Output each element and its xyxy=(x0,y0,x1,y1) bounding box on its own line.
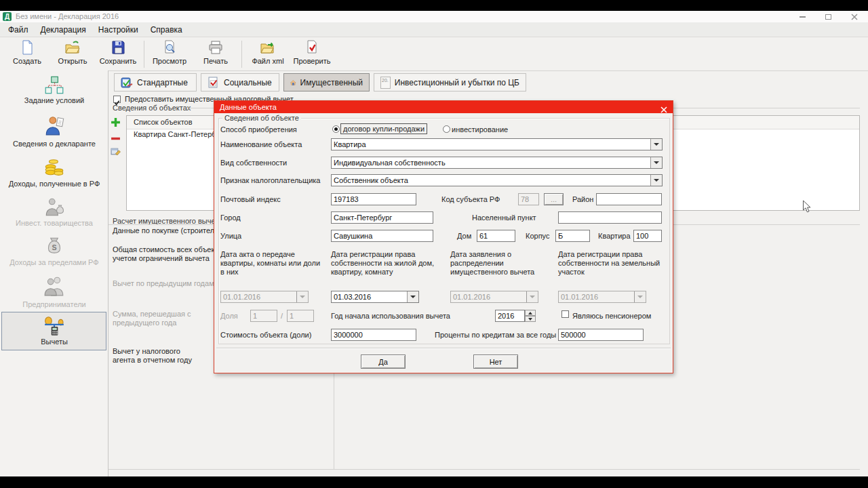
radio-invest-label[interactable]: инвестирование xyxy=(452,125,508,134)
taxpayer-value: Собственник объекта xyxy=(332,176,650,184)
dropdown-button[interactable] xyxy=(407,291,418,302)
tab-investment[interactable]: 20. Инвестиционный и убытки по ЦБ xyxy=(374,73,526,92)
dropdown-button[interactable] xyxy=(650,157,662,168)
sidebar-item-entrepreneurs: Предприниматели xyxy=(0,300,108,308)
money-bag-icon: S xyxy=(43,237,65,256)
close-icon xyxy=(851,14,858,20)
cost-input[interactable] xyxy=(331,329,416,341)
dropdown-button xyxy=(296,291,308,302)
check-doc-icon xyxy=(304,39,320,56)
dropdown-button[interactable] xyxy=(650,139,662,150)
app-icon: Д xyxy=(3,12,12,21)
settlement-input[interactable] xyxy=(558,211,662,224)
object-name-combo[interactable]: Квартира xyxy=(331,138,663,150)
sidebar-item-income-rf[interactable]: Доходы, полученные в РФ xyxy=(0,180,108,188)
svg-text:S: S xyxy=(52,243,56,251)
start-year-spinner[interactable] xyxy=(525,310,536,322)
date-application-combo: 01.01.2016 xyxy=(450,291,538,303)
district-input[interactable] xyxy=(596,193,662,205)
add-object-button[interactable] xyxy=(111,117,121,128)
radio-purchase[interactable] xyxy=(332,125,340,133)
dialog-title-bar[interactable]: Данные объекта xyxy=(214,101,673,113)
sidebar-item-invest-partnership: Инвест. товарищества xyxy=(0,219,108,227)
share-numerator-input xyxy=(250,310,277,322)
minus-icon xyxy=(111,134,121,144)
sidebar-item-declarant[interactable]: Сведения о декларанте xyxy=(0,140,108,148)
cursor-arrow-icon xyxy=(802,200,812,214)
edit-object-button[interactable] xyxy=(111,146,121,157)
apartment-input[interactable] xyxy=(633,230,662,242)
date-transfer-value: 01.01.2016 xyxy=(221,293,296,301)
menu-help[interactable]: Справка xyxy=(151,25,182,35)
invest-doc-icon: 20. xyxy=(380,77,391,89)
provide-deduction-checkbox[interactable] xyxy=(113,96,121,103)
remove-object-button[interactable] xyxy=(111,134,121,144)
dialog-close-button[interactable] xyxy=(660,104,667,110)
spin-down-button[interactable] xyxy=(525,316,536,322)
region-code-label: Код субъекта РФ xyxy=(441,195,500,203)
house-input[interactable] xyxy=(477,230,515,242)
xml-file-button[interactable]: Файл xml xyxy=(245,39,290,68)
chevron-down-icon xyxy=(654,143,659,146)
radio-purchase-label[interactable]: договор купли-продажи xyxy=(340,123,427,134)
preview-button[interactable]: Просмотр xyxy=(147,39,192,68)
menu-declaration[interactable]: Декларация xyxy=(41,25,86,35)
maximize-button[interactable] xyxy=(818,11,838,22)
menu-file[interactable]: Файл xyxy=(8,25,28,35)
object-name-value: Квартира xyxy=(332,140,650,148)
cost-label: Стоимость объекта (доли) xyxy=(220,331,311,339)
close-button[interactable] xyxy=(844,11,865,22)
agent-deduction-label: Вычет у налогового агента в отчетном год… xyxy=(113,347,199,365)
mouse-cursor xyxy=(802,200,812,216)
date-land-combo: 01.01.2016 xyxy=(558,291,646,303)
radio-invest[interactable] xyxy=(443,125,450,133)
print-button[interactable]: Печать xyxy=(193,39,238,68)
building-input[interactable] xyxy=(555,230,590,242)
tab-standard[interactable]: Стандартные xyxy=(114,73,197,92)
create-button[interactable]: Создать xyxy=(5,39,50,68)
date-registration-combo[interactable]: 01.03.2016 xyxy=(331,291,419,303)
standard-tab-icon xyxy=(121,77,133,89)
apartment-label: Квартира xyxy=(598,232,631,240)
share-separator: / xyxy=(281,312,283,320)
postal-input[interactable] xyxy=(331,193,416,205)
conditions-icon xyxy=(43,76,65,95)
ownership-combo[interactable]: Индивидуальная собственность xyxy=(331,157,663,169)
date-application-label: Дата заявления о распределении имуществе… xyxy=(450,250,545,277)
menu-settings[interactable]: Настройки xyxy=(98,25,138,35)
date-land-label: Дата регистрации права собственности на … xyxy=(558,250,663,277)
sidebar-item-conditions[interactable]: Задание условий xyxy=(0,96,108,104)
chevron-down-icon xyxy=(410,296,416,298)
verify-button[interactable]: Проверить xyxy=(290,39,334,68)
open-button[interactable]: Открыть xyxy=(50,39,95,68)
title-bar xyxy=(0,11,868,23)
tab-social[interactable]: Социальные xyxy=(201,73,279,92)
tab-property[interactable]: Имущественный xyxy=(283,73,370,92)
pensioner-checkbox[interactable] xyxy=(561,310,569,318)
open-folder-icon xyxy=(64,39,81,56)
house-label: Дом xyxy=(457,232,471,240)
object-info-group xyxy=(218,118,670,344)
sidebar-item-deductions[interactable]: Вычеты xyxy=(0,338,108,346)
date-application-value: 01.01.2016 xyxy=(451,293,526,301)
interest-input[interactable] xyxy=(558,329,644,341)
object-data-dialog: Данные объекта Сведения об объекте Спосо… xyxy=(214,100,673,373)
interest-label: Проценты по кредитам за все годы xyxy=(435,331,556,339)
minimize-button[interactable] xyxy=(792,11,812,22)
street-label: Улица xyxy=(220,232,241,240)
start-year-input[interactable] xyxy=(495,310,525,322)
xml-file-icon xyxy=(260,39,276,56)
city-input[interactable] xyxy=(331,211,433,224)
xml-file-label: Файл xml xyxy=(252,57,283,65)
taxpayer-combo[interactable]: Собственник объекта xyxy=(331,174,663,186)
save-button[interactable]: Сохранить xyxy=(96,39,140,68)
settlement-label: Населенный пункт xyxy=(472,214,536,222)
no-button[interactable]: Нет xyxy=(473,354,518,369)
minimize-icon xyxy=(800,16,806,18)
date-transfer-combo: 01.01.2016 xyxy=(220,291,309,303)
spin-up-button[interactable] xyxy=(525,310,536,316)
partnership-icon xyxy=(43,197,65,216)
dropdown-button[interactable] xyxy=(650,175,662,186)
street-input[interactable] xyxy=(331,230,433,242)
yes-button[interactable]: Да xyxy=(361,354,406,369)
